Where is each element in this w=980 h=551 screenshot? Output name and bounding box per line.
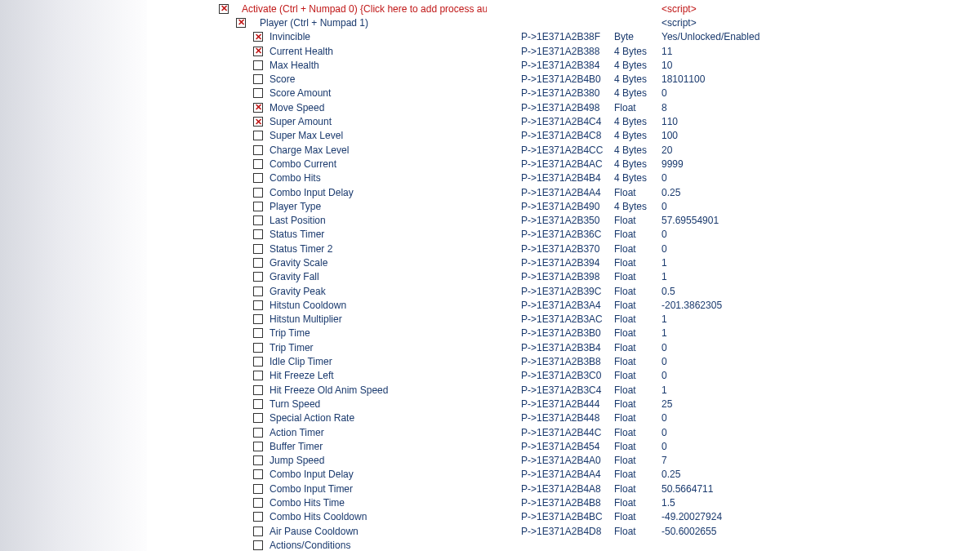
- checkbox-activate[interactable]: [219, 4, 229, 14]
- cell-type[interactable]: Float: [614, 398, 662, 410]
- cell-type[interactable]: Float: [614, 497, 662, 509]
- cell-address[interactable]: P->1E371A2B444: [521, 398, 615, 410]
- table-row[interactable]: Trip TimerP->1E371A2B3B4Float0: [0, 340, 980, 354]
- cell-description[interactable]: Move Speed: [270, 102, 514, 113]
- table-row[interactable]: Combo Input TimerP->1E371A2B4A8Float50.5…: [0, 482, 980, 495]
- table-row[interactable]: Combo Hits TimeP->1E371A2B4B8Float1.5: [0, 495, 980, 509]
- cell-description[interactable]: Turn Speed: [270, 398, 514, 410]
- table-row[interactable]: Charge Max LevelP->1E371A2B4CC4 Bytes20: [0, 143, 980, 157]
- checkbox[interactable]: [253, 159, 263, 169]
- cell-value[interactable]: 10: [662, 60, 825, 71]
- cell-type[interactable]: Float: [614, 370, 662, 381]
- cell-address[interactable]: P->1E371A2B394: [521, 257, 615, 269]
- cell-type[interactable]: Float: [614, 469, 662, 480]
- cell-description[interactable]: Last Position: [270, 215, 514, 226]
- cell-value[interactable]: 0.25: [662, 187, 825, 198]
- cell-type[interactable]: Float: [614, 327, 662, 339]
- checkbox[interactable]: [253, 88, 263, 98]
- cell-type[interactable]: Float: [614, 511, 662, 522]
- checkbox[interactable]: [253, 527, 263, 536]
- cell-description[interactable]: Trip Timer: [270, 342, 514, 353]
- cell-type[interactable]: Float: [614, 412, 662, 424]
- checkbox[interactable]: [253, 328, 263, 338]
- cell-type[interactable]: 4 Bytes: [614, 201, 662, 212]
- cell-address[interactable]: P->1E371A2B3AC: [521, 313, 615, 325]
- cell-description[interactable]: Jump Speed: [270, 455, 514, 466]
- cell-description[interactable]: Hit Freeze Old Anim Speed: [270, 384, 514, 396]
- cell-value[interactable]: 0: [662, 427, 825, 438]
- checkbox[interactable]: [253, 103, 263, 113]
- cell-type[interactable]: Float: [614, 441, 662, 452]
- cell-address[interactable]: P->1E371A2B36C: [521, 229, 615, 240]
- cell-description[interactable]: Actions/Conditions: [270, 540, 514, 551]
- cell-address[interactable]: P->1E371A2B4A4: [521, 187, 615, 198]
- cell-description[interactable]: Combo Input Delay: [270, 187, 514, 198]
- checkbox[interactable]: [253, 74, 263, 84]
- cell-type[interactable]: 4 Bytes: [614, 87, 662, 99]
- cell-value[interactable]: 25: [662, 398, 825, 410]
- cell-address[interactable]: P->1E371A2B498: [521, 102, 615, 113]
- cell-address[interactable]: P->1E371A2B4D8: [521, 526, 615, 537]
- checkbox[interactable]: [253, 484, 263, 494]
- checkbox[interactable]: [253, 399, 263, 409]
- table-row[interactable]: Current HealthP->1E371A2B3884 Bytes11: [0, 44, 980, 58]
- checkbox[interactable]: [253, 455, 263, 465]
- cell-value[interactable]: 0: [662, 441, 825, 452]
- cell-value[interactable]: 0: [662, 356, 825, 367]
- cell-type[interactable]: Float: [614, 102, 662, 113]
- cell-value[interactable]: 1: [662, 313, 825, 325]
- checkbox[interactable]: [253, 258, 263, 268]
- cell-type[interactable]: Byte: [614, 31, 662, 42]
- cell-description[interactable]: Player Type: [270, 201, 514, 212]
- cell-type[interactable]: Float: [614, 313, 662, 325]
- cell-description[interactable]: Invincible: [270, 31, 514, 42]
- cell-description[interactable]: Max Health: [270, 60, 514, 71]
- cell-description[interactable]: Combo Input Timer: [270, 483, 514, 495]
- cell-address[interactable]: P->1E371A2B4A8: [521, 483, 615, 495]
- cell-value[interactable]: 50.5664711: [662, 483, 825, 495]
- cell-value[interactable]: 1: [662, 271, 825, 282]
- table-row[interactable]: Actions/Conditions: [0, 538, 980, 551]
- cell-address[interactable]: P->1E371A2B4AC: [521, 158, 615, 170]
- cell-description[interactable]: Charge Max Level: [270, 144, 514, 156]
- cell-type[interactable]: Float: [614, 187, 662, 198]
- checkbox[interactable]: [253, 343, 263, 353]
- checkbox[interactable]: [253, 202, 263, 211]
- cell-address[interactable]: P->1E371A2B4CC: [521, 144, 615, 156]
- table-row[interactable]: Combo Input DelayP->1E371A2B4A4Float0.25: [0, 468, 980, 482]
- table-row[interactable]: Max HealthP->1E371A2B3844 Bytes10: [0, 58, 980, 72]
- table-row[interactable]: Jump SpeedP->1E371A2B4A0Float7: [0, 454, 980, 468]
- table-row[interactable]: Hit Freeze Old Anim SpeedP->1E371A2B3C4F…: [0, 383, 980, 397]
- cell-type[interactable]: Float: [614, 243, 662, 255]
- cell-address[interactable]: P->1E371A2B3B0: [521, 327, 615, 339]
- cell-value[interactable]: 0.25: [662, 469, 825, 480]
- cell-description[interactable]: Gravity Peak: [270, 286, 514, 297]
- cell-value[interactable]: -201.3862305: [662, 300, 825, 311]
- cell-type[interactable]: 4 Bytes: [614, 46, 662, 57]
- cell-value[interactable]: 100: [662, 130, 825, 141]
- cell-description[interactable]: Score Amount: [270, 87, 514, 99]
- cell-type[interactable]: Float: [614, 427, 662, 438]
- cell-value[interactable]: 0: [662, 370, 825, 381]
- checkbox[interactable]: [253, 117, 263, 127]
- checkbox[interactable]: [253, 60, 263, 70]
- cell-type[interactable]: Float: [614, 483, 662, 495]
- cell-description[interactable]: Hitstun Cooldown: [270, 300, 514, 311]
- cell-description[interactable]: Combo Hits: [270, 172, 514, 184]
- cell-description[interactable]: Super Amount: [270, 116, 514, 127]
- cell-description[interactable]: Score: [270, 73, 514, 85]
- checkbox[interactable]: [253, 512, 263, 522]
- cell-type[interactable]: Float: [614, 526, 662, 537]
- checkbox[interactable]: [253, 216, 263, 225]
- cell-value[interactable]: 9999: [662, 158, 825, 170]
- cell-type[interactable]: Float: [614, 356, 662, 367]
- cell-description[interactable]: Current Health: [270, 46, 514, 57]
- cell-value[interactable]: 0: [662, 412, 825, 424]
- checkbox[interactable]: [253, 469, 263, 479]
- cell-address[interactable]: P->1E371A2B44C: [521, 427, 615, 438]
- table-row[interactable]: Air Pause CooldownP->1E371A2B4D8Float-50…: [0, 524, 980, 538]
- checkbox[interactable]: [253, 188, 263, 198]
- cell-address[interactable]: P->1E371A2B4B8: [521, 497, 615, 509]
- table-row[interactable]: Hitstun CooldownP->1E371A2B3A4Float-201.…: [0, 298, 980, 312]
- cell-type[interactable]: 4 Bytes: [614, 116, 662, 127]
